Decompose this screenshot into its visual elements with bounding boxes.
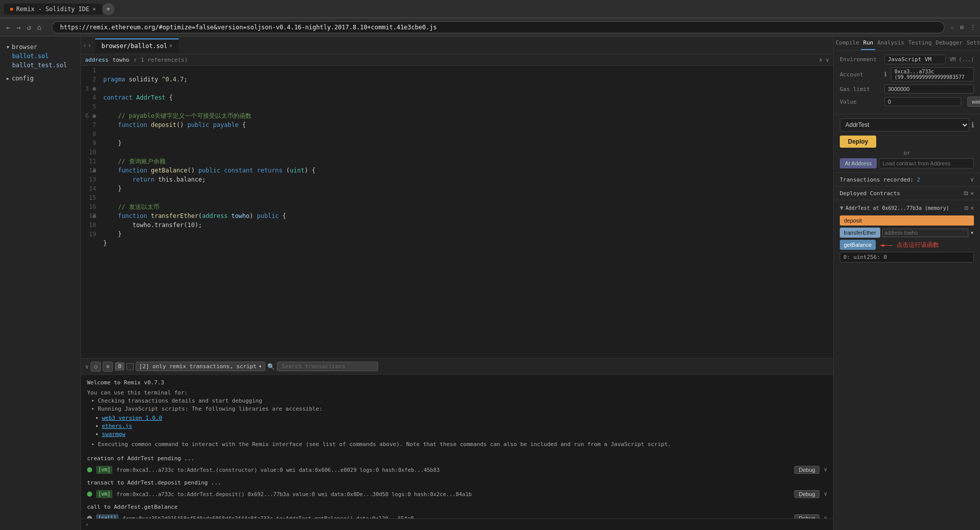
debug-btn-3[interactable]: Debug	[794, 514, 820, 518]
contract-copy-btn[interactable]: ⧉	[964, 205, 968, 211]
account-value: 0xca3...a733c (99.9999999999999983577	[891, 67, 974, 81]
gas-limit-input[interactable]	[884, 84, 974, 94]
tab-close-btn[interactable]: ×	[93, 6, 96, 13]
terminal-filter-dropdown[interactable]: [2] only remix transactions, script ▾	[136, 362, 265, 371]
config-section-header[interactable]: ▸ config	[4, 74, 76, 83]
get-balance-button[interactable]: getBalance	[840, 240, 876, 250]
contract-instance: ▼ AddrTest at 0x692...77b3a (memory) ⧉ ✕…	[834, 200, 980, 267]
value-input[interactable]	[884, 97, 961, 106]
terminal-clear-btn[interactable]: ⊘	[103, 362, 113, 372]
tab-testing[interactable]: Testing	[906, 36, 933, 50]
address-bar[interactable]: https://remix.ethereum.org/#optimize=fal…	[52, 21, 945, 33]
gas-limit-row: Gas limit	[840, 84, 974, 94]
value-label: Value	[840, 99, 880, 105]
back-btn[interactable]: ←	[4, 22, 12, 32]
code-content[interactable]: pragma solidity ^0.4.7; contract AddrTes…	[99, 66, 833, 358]
contract-close-btn[interactable]: ✕	[970, 204, 974, 211]
line-7: 7	[84, 120, 96, 129]
transfer-ether-input[interactable]	[882, 229, 968, 237]
top-bar-arrow: ↑	[133, 57, 137, 63]
home-btn[interactable]: ⌂	[35, 22, 43, 32]
contract-info-btn[interactable]: ℹ	[971, 121, 974, 129]
tab-file-name: browser/ballot.sol	[101, 42, 167, 50]
line-17: 17	[84, 211, 96, 220]
editor-tab-close[interactable]: ×	[170, 43, 173, 49]
sidebar-item-ballot-test[interactable]: ballot_test.sol	[4, 61, 76, 70]
transactions-arrow-icon: ∨	[970, 176, 974, 183]
terminal-area: ∨ ○ ⊘ 0 [2] only remix transactions, scr…	[81, 358, 833, 530]
active-tab[interactable]: ● Remix - Solidity IDE ×	[4, 4, 102, 15]
success-dot-2	[87, 492, 92, 497]
deposit-button[interactable]: deposit	[840, 215, 974, 226]
web3-link[interactable]: web3 version 1.0.0	[102, 415, 162, 421]
debug-btn-2[interactable]: Debug	[794, 490, 820, 498]
transfer-ether-row: transferEther ▾	[840, 228, 974, 238]
contract-expand-icon[interactable]: ▼	[840, 204, 843, 211]
or-text: or	[840, 150, 974, 156]
expand-btn-1[interactable]: ∨	[824, 466, 827, 474]
ethers-link[interactable]: ethers.js	[102, 423, 132, 429]
editor-nav-left[interactable]: ‹	[83, 42, 87, 49]
get-balance-label: getBalance	[844, 242, 872, 248]
terminal-checkbox[interactable]	[127, 363, 134, 370]
log-content-3: from:0xca35b7d915458ef540ade6068dfe2f44e…	[123, 514, 414, 518]
line-1: 1	[84, 66, 96, 75]
line-2: 2	[84, 75, 96, 84]
vm-badge-1: [vm]	[96, 466, 112, 474]
tab-debugger[interactable]: Debugger	[934, 36, 965, 50]
editor-nav-right[interactable]: ›	[88, 42, 91, 49]
contract-selector-row: AddrTest ℹ	[840, 118, 974, 131]
line-14: 14	[84, 184, 96, 193]
contract-select[interactable]: AddrTest	[840, 118, 969, 131]
tab-analysis[interactable]: Analysis	[875, 36, 906, 50]
extensions-btn[interactable]: ⊞	[960, 24, 964, 31]
account-info-icon[interactable]: ℹ	[884, 71, 887, 78]
log-line-2: [vm] from:0xca3...a733c to:AddrTest.depo…	[87, 489, 827, 499]
transfer-ether-button[interactable]: transferEther	[840, 228, 880, 238]
environment-value: JavaScript VM	[884, 55, 946, 64]
debug-btn-1[interactable]: Debug	[794, 466, 820, 474]
swarmgw-link[interactable]: swarmgw	[102, 431, 125, 437]
transactions-title: Transactions recorded: 2	[840, 176, 920, 183]
menu-btn[interactable]: ⋮	[970, 24, 976, 31]
tab-settings[interactable]: Settings	[965, 36, 980, 50]
tab-icon: ●	[10, 6, 13, 12]
delete-deployed-btn[interactable]: ✕	[970, 190, 974, 197]
editor-tab-ballot[interactable]: browser/ballot.sol ×	[95, 38, 178, 53]
refresh-btn[interactable]: ↺	[25, 22, 33, 32]
browser-section-header[interactable]: ▾ browser	[4, 42, 76, 52]
terminal-stop-btn[interactable]: ○	[91, 362, 101, 372]
forward-btn[interactable]: →	[14, 22, 22, 32]
browser-arrow: ▾	[6, 43, 10, 51]
right-panel: Compile Run Analysis Testing Debugger Se…	[833, 36, 980, 530]
at-address-input[interactable]	[879, 158, 974, 168]
address-bar-row: ← → ↺ ⌂ https://remix.ethereum.org/#opti…	[0, 18, 980, 36]
tab-run[interactable]: Run	[861, 36, 875, 50]
sidebar-item-ballot[interactable]: ballot.sol	[4, 52, 76, 61]
transfer-dropdown-icon[interactable]: ▾	[970, 229, 974, 236]
copy-deployed-btn[interactable]: ⧉	[964, 190, 968, 197]
search-icon: 🔍	[267, 363, 275, 370]
tab-compile[interactable]: Compile	[834, 36, 861, 50]
transfer-ether-label: transferEther	[844, 230, 876, 236]
deposit-label: deposit	[844, 217, 862, 224]
transactions-header[interactable]: Transactions recorded: 2 ∨	[834, 173, 980, 187]
terminal-input[interactable]	[91, 521, 829, 528]
deploy-button[interactable]: Deploy	[840, 136, 876, 148]
at-address-button[interactable]: At Address	[840, 158, 877, 168]
editor-content: address towho ↑ 1 reference(s) ∧ ∨ 1 2 3…	[81, 55, 833, 530]
new-tab-btn[interactable]: +	[102, 3, 114, 15]
expand-btn-3[interactable]: ∨	[824, 514, 827, 518]
config-label: config	[12, 75, 33, 82]
terminal-search-bar[interactable]: Search transactions	[277, 362, 378, 371]
value-unit-select[interactable]: wei gwei finney ether	[967, 97, 980, 107]
config-section: ▸ config	[0, 72, 80, 85]
expand-btn-2[interactable]: ∨	[824, 490, 827, 498]
editor-area: ‹ › browser/ballot.sol × address towho ↑…	[81, 36, 833, 530]
environment-label: Environment	[840, 56, 880, 63]
bookmark-btn[interactable]: ☆	[951, 24, 954, 31]
run-annotation-arrow: ◄——	[880, 241, 892, 249]
top-bar-towho: towho	[112, 57, 129, 63]
terminal-down-arrow[interactable]: ∨	[85, 363, 89, 370]
terminal-content: Welcome to Remix v0.7.3 You can use this…	[81, 375, 833, 518]
